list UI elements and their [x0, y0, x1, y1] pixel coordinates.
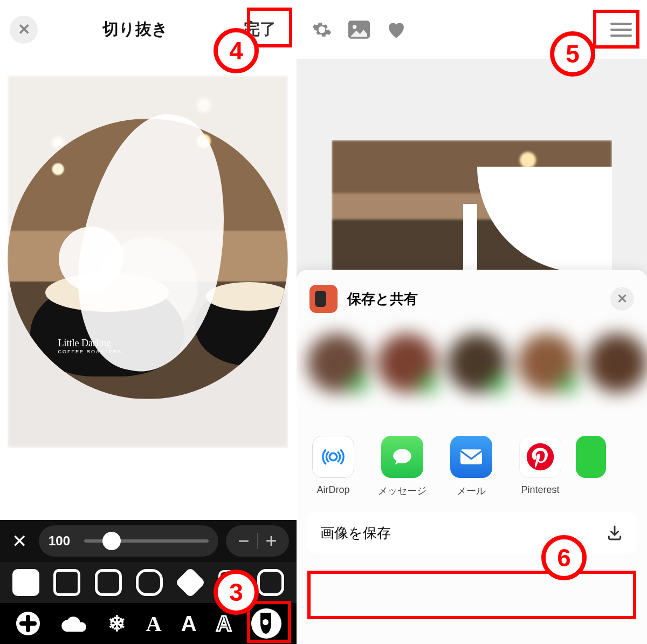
- cloud-icon[interactable]: [60, 614, 88, 633]
- highlight-menu: [593, 10, 639, 49]
- letter-a-2[interactable]: A: [181, 612, 197, 636]
- share-airdrop[interactable]: AirDrop: [299, 436, 368, 497]
- shape-rounded-3[interactable]: [257, 569, 284, 596]
- callout-4: 4: [214, 28, 259, 73]
- svg-point-3: [329, 453, 337, 461]
- svg-rect-4: [460, 449, 482, 464]
- result-preview: [332, 140, 612, 272]
- image-icon[interactable]: [348, 20, 370, 39]
- share-more[interactable]: [575, 436, 607, 497]
- shape-rounded-1[interactable]: [95, 569, 122, 596]
- share-mail[interactable]: メール: [437, 436, 506, 497]
- shape-square-outline[interactable]: [53, 569, 80, 596]
- page-title: 切り抜き: [102, 18, 168, 40]
- heart-icon[interactable]: [386, 20, 407, 39]
- snowflake-icon[interactable]: ❄: [108, 611, 126, 636]
- highlight-save: [307, 571, 636, 619]
- slider-value: 100: [49, 533, 77, 549]
- minus-button[interactable]: −: [230, 530, 257, 552]
- gear-icon[interactable]: [312, 19, 332, 40]
- add-shape-icon[interactable]: [15, 611, 41, 636]
- save-image-action[interactable]: 画像を保存: [307, 512, 636, 553]
- svg-point-2: [353, 25, 356, 29]
- callout-5: 5: [550, 31, 595, 77]
- plus-button[interactable]: +: [258, 530, 285, 552]
- shape-square-fill[interactable]: [12, 569, 39, 596]
- sheet-close-icon[interactable]: ✕: [610, 287, 634, 311]
- share-pinterest[interactable]: Pinterest: [506, 436, 575, 497]
- crop-canvas[interactable]: Little Darling COFFEE ROASTERS: [8, 76, 288, 448]
- callout-6: 6: [541, 535, 587, 580]
- download-icon: [606, 524, 623, 542]
- sheet-title: 保存と共有: [347, 290, 418, 309]
- toolbar-close-icon[interactable]: ✕: [8, 530, 31, 552]
- svg-point-5: [527, 443, 554, 470]
- highlight-shape-b: [247, 601, 291, 643]
- letter-a-1[interactable]: A: [146, 611, 162, 636]
- app-icon: [309, 285, 338, 313]
- close-button[interactable]: ✕: [10, 16, 38, 44]
- letter-a-outline[interactable]: A: [216, 612, 232, 636]
- shape-diamond[interactable]: [175, 567, 206, 598]
- size-slider[interactable]: [84, 539, 209, 543]
- shape-rounded-2[interactable]: [136, 569, 163, 596]
- share-contacts[interactable]: [297, 323, 647, 430]
- callout-3: 3: [214, 570, 259, 615]
- share-messages[interactable]: メッセージ: [368, 436, 437, 497]
